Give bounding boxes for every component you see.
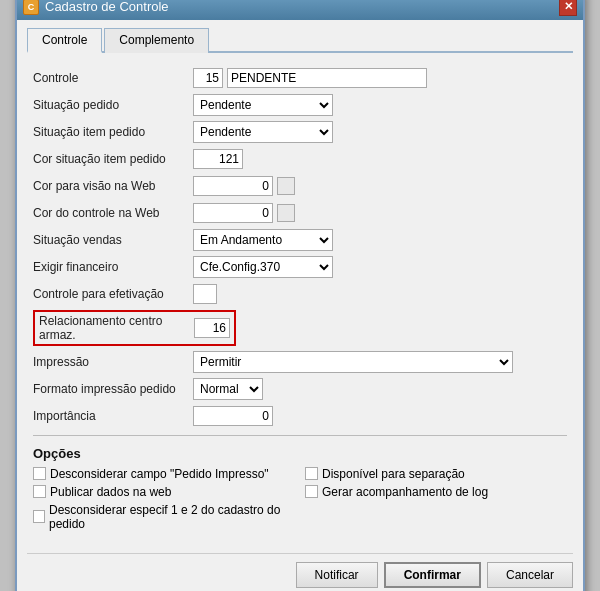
cor-visao-input[interactable] <box>193 176 273 196</box>
situacao-vendas-label: Situação vendas <box>33 233 193 247</box>
exigir-financeiro-label: Exigir financeiro <box>33 260 193 274</box>
controle-efetivacao-row: Controle para efetivação <box>33 283 567 305</box>
gerar-acompanhamento-label: Gerar acompanhamento de log <box>322 485 488 499</box>
publicar-dados-checkbox[interactable] <box>33 485 46 498</box>
cancelar-button[interactable]: Cancelar <box>487 562 573 588</box>
cor-situacao-input[interactable] <box>193 149 243 169</box>
relacionamento-highlight: Relacionamento centro armaz. <box>33 310 236 346</box>
confirmar-button[interactable]: Confirmar <box>384 562 481 588</box>
impressao-label: Impressão <box>33 355 193 369</box>
desconsiderar-especif-checkbox[interactable] <box>33 510 45 523</box>
tab-bar: Controle Complemento <box>27 28 573 53</box>
button-bar: Notificar Confirmar Cancelar <box>27 553 573 588</box>
opcoes-right-col: Disponível para separação Gerar acompanh… <box>305 467 567 535</box>
opcoes-left-col: Desconsiderar campo "Pedido Impresso" Pu… <box>33 467 295 535</box>
situacao-item-label: Situação item pedido <box>33 125 193 139</box>
title-bar: C Cadastro de Controle ✕ <box>17 0 583 20</box>
situacao-item-pedido-row: Situação item pedido Pendente Aprovado C… <box>33 121 567 143</box>
notificar-button[interactable]: Notificar <box>296 562 378 588</box>
desconsiderar-pedido-checkbox[interactable] <box>33 467 46 480</box>
opcoes-checkboxes: Desconsiderar campo "Pedido Impresso" Pu… <box>33 467 567 535</box>
window-title: Cadastro de Controle <box>45 0 169 14</box>
window-content: Controle Complemento Controle Situação p… <box>17 20 583 592</box>
cor-situacao-row: Cor situação item pedido <box>33 148 567 170</box>
situacao-pedido-label: Situação pedido <box>33 98 193 112</box>
cor-controle-label: Cor do controle na Web <box>33 206 193 220</box>
opcoes-title: Opções <box>33 446 567 461</box>
disponivel-separacao-label: Disponível para separação <box>322 467 465 481</box>
gerar-acompanhamento-checkbox[interactable] <box>305 485 318 498</box>
cor-visao-row: Cor para visão na Web <box>33 175 567 197</box>
controle-name-input[interactable] <box>227 68 427 88</box>
cor-visao-swatch[interactable] <box>277 177 295 195</box>
formato-impressao-label: Formato impressão pedido <box>33 382 193 396</box>
publicar-dados-label: Publicar dados na web <box>50 485 171 499</box>
exigir-financeiro-select[interactable]: Cfe.Config.370 Sim Não <box>193 256 333 278</box>
impressao-row: Impressão Permitir Bloquear <box>33 351 567 373</box>
relacionamento-row: Relacionamento centro armaz. <box>33 310 567 346</box>
situacao-pedido-row: Situação pedido Pendente Aprovado Cancel… <box>33 94 567 116</box>
formato-impressao-row: Formato impressão pedido Normal Compacto <box>33 378 567 400</box>
checkbox-desconsiderar-especif: Desconsiderar especif 1 e 2 do cadastro … <box>33 503 295 531</box>
situacao-vendas-select[interactable]: Em Andamento Finalizado Cancelado <box>193 229 333 251</box>
situacao-vendas-row: Situação vendas Em Andamento Finalizado … <box>33 229 567 251</box>
disponivel-separacao-checkbox[interactable] <box>305 467 318 480</box>
close-button[interactable]: ✕ <box>559 0 577 16</box>
formato-impressao-select[interactable]: Normal Compacto <box>193 378 263 400</box>
relacionamento-input[interactable] <box>194 318 230 338</box>
cor-controle-input[interactable] <box>193 203 273 223</box>
checkbox-desconsiderar-pedido: Desconsiderar campo "Pedido Impresso" <box>33 467 295 481</box>
impressao-select[interactable]: Permitir Bloquear <box>193 351 513 373</box>
checkbox-disponivel-separacao: Disponível para separação <box>305 467 567 481</box>
controle-efetivacao-label: Controle para efetivação <box>33 287 193 301</box>
checkbox-gerar-acompanhamento: Gerar acompanhamento de log <box>305 485 567 499</box>
tab-complemento[interactable]: Complemento <box>104 28 209 53</box>
app-icon: C <box>23 0 39 15</box>
importancia-row: Importância <box>33 405 567 427</box>
relacionamento-label: Relacionamento centro armaz. <box>39 314 194 342</box>
cor-controle-row: Cor do controle na Web <box>33 202 567 224</box>
checkbox-publicar-dados: Publicar dados na web <box>33 485 295 499</box>
main-window: C Cadastro de Controle ✕ Controle Comple… <box>15 0 585 591</box>
section-divider <box>33 435 567 436</box>
form-body: Controle Situação pedido Pendente Aprova… <box>27 63 573 539</box>
cor-visao-label: Cor para visão na Web <box>33 179 193 193</box>
controle-label: Controle <box>33 71 193 85</box>
cor-situacao-label: Cor situação item pedido <box>33 152 193 166</box>
situacao-item-select[interactable]: Pendente Aprovado Cancelado <box>193 121 333 143</box>
situacao-pedido-select[interactable]: Pendente Aprovado Cancelado <box>193 94 333 116</box>
tab-controle[interactable]: Controle <box>27 28 102 53</box>
controle-id-input[interactable] <box>193 68 223 88</box>
controle-efetivacao-input[interactable] <box>193 284 217 304</box>
cor-controle-swatch[interactable] <box>277 204 295 222</box>
importancia-input[interactable] <box>193 406 273 426</box>
importancia-label: Importância <box>33 409 193 423</box>
desconsiderar-especif-label: Desconsiderar especif 1 e 2 do cadastro … <box>49 503 295 531</box>
desconsiderar-pedido-label: Desconsiderar campo "Pedido Impresso" <box>50 467 269 481</box>
exigir-financeiro-row: Exigir financeiro Cfe.Config.370 Sim Não <box>33 256 567 278</box>
controle-row: Controle <box>33 67 567 89</box>
